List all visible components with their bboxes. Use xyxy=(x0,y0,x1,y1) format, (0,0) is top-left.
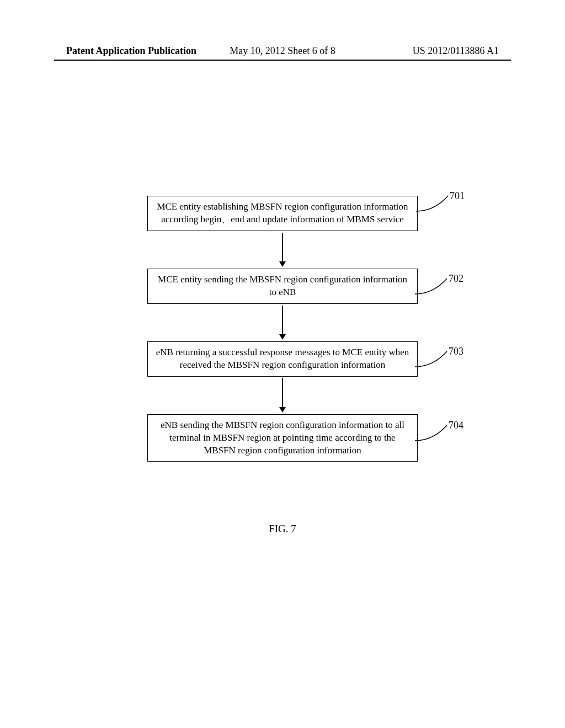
arrow-down-icon xyxy=(279,407,286,413)
flow-step-4: eNB sending the MBSFN region configurati… xyxy=(147,414,418,462)
label-701: 701 xyxy=(450,190,465,202)
flow-step-3: eNB returning a successful response mess… xyxy=(147,341,418,377)
arrow-1-2 xyxy=(128,231,437,269)
label-702: 702 xyxy=(449,273,463,285)
arrow-down-icon xyxy=(279,261,286,267)
flowchart-diagram: 701 702 703 704 MCE entity establishing … xyxy=(128,196,437,462)
arrow-2-3 xyxy=(128,304,437,341)
header-center: May 10, 2012 Sheet 6 of 8 xyxy=(230,45,335,57)
figure-caption: FIG. 7 xyxy=(269,523,296,535)
arrow-down-icon xyxy=(279,334,286,340)
arrow-line-icon xyxy=(282,233,283,261)
arrow-3-4 xyxy=(128,377,437,414)
label-703: 703 xyxy=(449,346,463,357)
flow-step-1: MCE entity establishing MBSFN region con… xyxy=(147,196,418,231)
header-divider xyxy=(54,60,511,61)
flow-step-2: MCE entity sending the MBSFN region conf… xyxy=(147,269,418,304)
page-header: Patent Application Publication May 10, 2… xyxy=(0,45,565,57)
arrow-line-icon xyxy=(282,378,283,407)
label-704: 704 xyxy=(449,420,463,431)
header-left: Patent Application Publication xyxy=(66,45,196,57)
header-right: US 2012/0113886 A1 xyxy=(413,45,499,57)
arrow-line-icon xyxy=(282,306,283,334)
